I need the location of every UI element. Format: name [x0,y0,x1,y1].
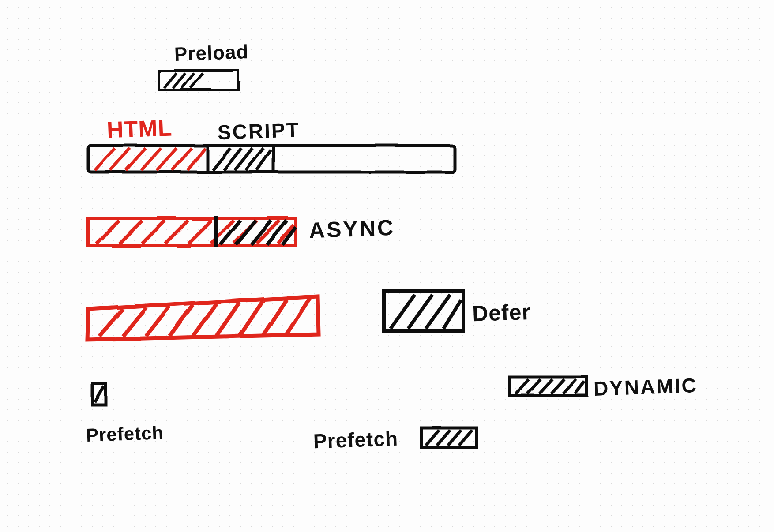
bar-async [88,216,296,247]
bar-prefetch-box [421,428,477,447]
svg-line-55 [563,379,576,394]
svg-line-24 [165,221,188,244]
bar-defer-script [384,291,463,331]
bar-preload [159,71,238,90]
svg-line-40 [193,303,216,336]
svg-line-37 [123,307,146,336]
svg-line-53 [539,379,552,394]
bar-dynamic [510,377,587,396]
svg-line-25 [188,221,211,244]
svg-rect-45 [384,291,463,331]
svg-line-52 [527,379,541,394]
svg-line-21 [96,221,119,244]
svg-line-54 [551,379,564,394]
svg-line-36 [99,309,123,336]
svg-line-51 [515,379,529,394]
sketch-svg [0,0,774,532]
svg-line-44 [286,298,310,334]
svg-line-58 [95,386,104,402]
bar-main-timeline [88,145,455,174]
svg-line-38 [146,306,169,336]
svg-line-43 [263,300,286,335]
svg-line-41 [216,302,240,336]
bar-defer-html [87,296,319,340]
svg-line-42 [240,301,263,336]
svg-line-56 [575,382,585,394]
diagram-canvas: Preload HTML SCRIPT ASYNC Defer DYNAMIC … [0,0,774,532]
svg-line-49 [443,300,461,329]
svg-line-22 [119,221,142,244]
svg-line-23 [142,221,165,244]
svg-line-39 [169,305,193,336]
bar-prefetch-small [93,384,106,405]
